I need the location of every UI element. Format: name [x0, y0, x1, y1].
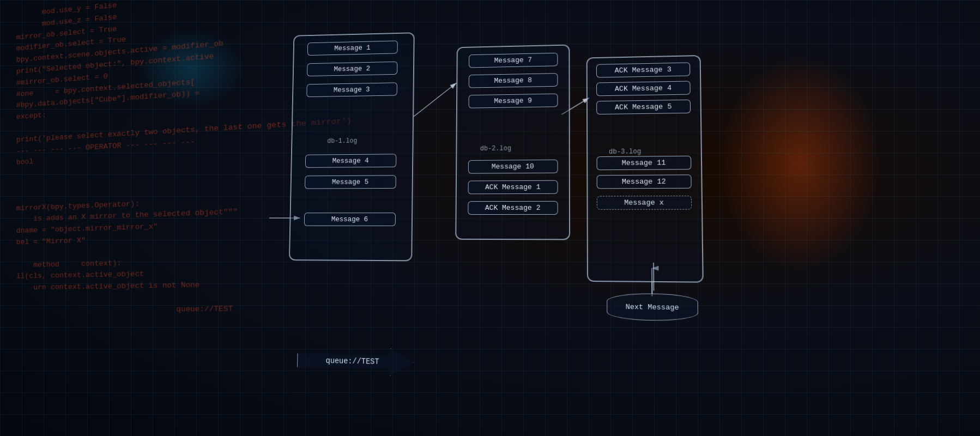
- msg-message8: Message 8: [469, 73, 558, 88]
- msg-message11: Message 11: [597, 156, 692, 171]
- message-next-overlay: [664, 318, 752, 370]
- msg-message7: Message 7: [469, 53, 558, 68]
- msg-ack1: ACK Message 1: [468, 180, 558, 195]
- diagram-wrapper: db-1.log Message 1 Message 2 Message 3 M…: [23, 0, 980, 436]
- group1-label: db-1.log: [327, 137, 357, 145]
- msg-message1: Message 1: [307, 40, 398, 56]
- next-message-label: Next Message: [626, 302, 679, 312]
- msg-ack3: ACK Message 3: [596, 62, 690, 77]
- msg-ack5: ACK Message 5: [596, 100, 691, 115]
- msg-message2: Message 2: [307, 62, 397, 76]
- msg-message6: Message 6: [304, 213, 396, 226]
- queue-label: queue://TEST: [326, 356, 379, 366]
- msg-message10: Message 10: [468, 160, 558, 174]
- msg-message3: Message 3: [306, 82, 397, 97]
- msg-message9: Message 9: [469, 94, 558, 108]
- queue-arrow: queue://TEST: [297, 347, 414, 376]
- msg-messagex: Message x: [597, 196, 692, 210]
- group3-label: db-3.log: [609, 148, 641, 156]
- svg-line-3: [414, 83, 456, 117]
- group2-label: db-2.log: [480, 145, 511, 153]
- msg-message4: Message 4: [305, 154, 396, 168]
- msg-ack4: ACK Message 4: [596, 81, 691, 96]
- msg-message12: Message 12: [597, 174, 692, 189]
- scene: mod.use_y = False mod.use_z = False mirr…: [0, 0, 980, 436]
- msg-ack2: ACK Message 2: [468, 201, 558, 215]
- next-message-shape: Next Message: [607, 293, 698, 322]
- vertical-connector: [648, 263, 660, 296]
- msg-message5: Message 5: [305, 175, 396, 189]
